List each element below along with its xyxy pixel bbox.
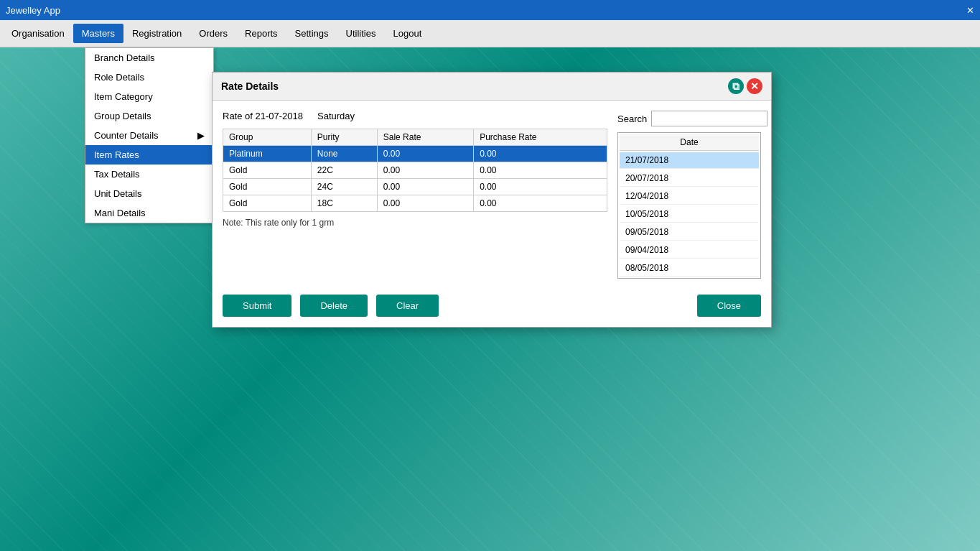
dropdown-item-mani-details[interactable]: Mani Details [85,203,213,223]
date-list-item[interactable]: 10/05/2018 [620,206,759,223]
table-cell-group: Gold [223,162,312,179]
dropdown-item-item-rates[interactable]: Item Rates [85,145,213,165]
search-label: Search [617,114,647,124]
menu-item-logout[interactable]: Logout [384,24,430,43]
table-cell-sale_rate: 0.00 [377,146,473,162]
restore-button[interactable]: ⧉ [728,78,744,94]
table-header-cell: Purchase Rate [474,129,607,146]
dialog-controls: ⧉ ✕ [728,78,762,94]
submenu-arrow-icon: ▶ [197,130,205,141]
app-title: Jewelley App [6,5,60,16]
table-cell-purity: None [311,146,377,162]
rate-details-dialog: Rate Details ⧉ ✕ Rate of 21-07-2018 Satu… [212,72,772,328]
delete-button[interactable]: Delete [300,295,368,317]
table-cell-purchase_rate: 0.00 [474,195,607,212]
table-cell-sale_rate: 0.00 [377,195,473,212]
table-header-cell: Group [223,129,312,146]
menu-item-registration[interactable]: Registration [123,24,190,43]
table-body: PlatinumNone0.000.00Gold22C0.000.00Gold2… [223,146,607,212]
date-list-item[interactable]: 09/05/2018 [620,224,759,241]
dropdown-item-role-details[interactable]: Role Details [85,68,213,87]
table-cell-purchase_rate: 0.00 [474,162,607,179]
date-list-item[interactable]: 09/04/2018 [620,242,759,259]
date-list-item[interactable]: 21/07/2018 [620,152,759,169]
masters-dropdown: Branch DetailsRole DetailsItem CategoryG… [85,47,214,223]
table-cell-purchase_rate: 0.00 [474,179,607,195]
date-list: Date 21/07/201820/07/201812/04/201810/05… [617,132,761,279]
date-list-header: Date [620,134,759,151]
table-cell-purchase_rate: 0.00 [474,146,607,162]
left-panel: Rate of 21-07-2018 Saturday GroupPurityS… [223,111,607,279]
menu-item-masters[interactable]: Masters [73,24,123,43]
note-text: Note: This rate only for 1 grm [223,218,334,228]
clear-button[interactable]: Clear [376,295,439,317]
dropdown-item-tax-details[interactable]: Tax Details [85,165,213,184]
rate-date-label: Rate of 21-07-2018 [223,111,303,121]
table-cell-purity: 22C [311,162,377,179]
note-row: Note: This rate only for 1 grm [223,218,607,228]
dialog-header: Rate Details ⧉ ✕ [213,73,771,101]
dialog-title: Rate Details [221,80,279,92]
table-cell-group: Gold [223,179,312,195]
date-list-item[interactable]: 08/05/2018 [620,260,759,277]
menu-item-settings[interactable]: Settings [286,24,337,43]
title-bar: Jewelley App ✕ [0,0,980,20]
menu-bar: OrganisationMastersRegistrationOrdersRep… [0,20,980,47]
table-cell-group: Platinum [223,146,312,162]
rate-date-row: Rate of 21-07-2018 Saturday [223,111,607,121]
rate-table: GroupPuritySale RatePurchase Rate Platin… [223,129,607,212]
menu-item-utilities[interactable]: Utilities [337,24,385,43]
menu-item-organisation[interactable]: Organisation [3,24,73,43]
table-row[interactable]: Gold24C0.000.00 [223,179,607,195]
submit-button[interactable]: Submit [223,295,291,317]
dropdown-item-group-details[interactable]: Group Details [85,106,213,126]
table-row[interactable]: PlatinumNone0.000.00 [223,146,607,162]
search-input[interactable] [651,111,767,126]
table-row[interactable]: Gold18C0.000.00 [223,195,607,212]
date-list-body: 21/07/201820/07/201812/04/201810/05/2018… [620,152,759,277]
dialog-body: Rate of 21-07-2018 Saturday GroupPurityS… [213,101,771,289]
rate-day-label: Saturday [317,111,355,121]
dropdown-item-unit-details[interactable]: Unit Details [85,184,213,203]
table-header-cell: Purity [311,129,377,146]
close-dialog-button[interactable]: Close [697,295,761,317]
search-row: Search [617,111,761,126]
table-header-row: GroupPuritySale RatePurchase Rate [223,129,607,146]
table-row[interactable]: Gold22C0.000.00 [223,162,607,179]
menu-item-orders[interactable]: Orders [190,24,236,43]
date-list-item[interactable]: 20/07/2018 [620,170,759,187]
date-list-item[interactable]: 12/04/2018 [620,188,759,205]
right-panel: Search Date 21/07/201820/07/201812/04/20… [617,111,761,279]
table-header-cell: Sale Rate [377,129,473,146]
title-close-button[interactable]: ✕ [966,5,974,16]
dropdown-item-counter-details[interactable]: Counter Details▶ [85,126,213,145]
menu-item-reports[interactable]: Reports [236,24,286,43]
table-cell-purity: 18C [311,195,377,212]
dropdown-item-item-category[interactable]: Item Category [85,87,213,106]
table-cell-sale_rate: 0.00 [377,179,473,195]
dialog-close-button[interactable]: ✕ [747,78,762,94]
dialog-footer: Submit Delete Clear Close [213,289,771,327]
table-cell-group: Gold [223,195,312,212]
table-cell-purity: 24C [311,179,377,195]
dropdown-item-branch-details[interactable]: Branch Details [85,48,213,68]
table-cell-sale_rate: 0.00 [377,162,473,179]
